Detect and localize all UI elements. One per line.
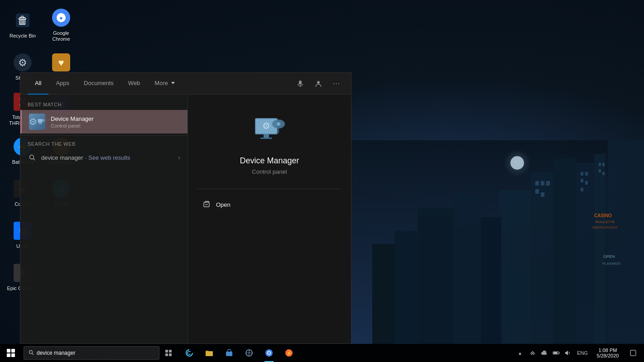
svg-rect-4 (594, 154, 606, 344)
svg-rect-16 (585, 172, 588, 176)
results-list: Best match (20, 95, 188, 343)
web-search-query: device manager - See web results (41, 154, 173, 161)
svg-rect-95 (559, 352, 560, 354)
device-manager-result-text: Device Manager Control panel (51, 115, 94, 129)
chrome-label: Google Chrome (45, 30, 77, 42)
tab-documents[interactable]: Documents (77, 73, 121, 95)
svg-rect-97 (630, 350, 636, 356)
svg-rect-11 (481, 217, 501, 344)
microphone-button[interactable] (293, 76, 308, 91)
user-button[interactable] (311, 76, 326, 91)
start-button[interactable] (0, 344, 22, 362)
battery-tray-icon[interactable] (551, 348, 562, 358)
svg-point-77 (277, 122, 280, 126)
web-search-arrow-icon: › (178, 154, 180, 161)
svg-text:PLASMIDS: PLASMIDS (602, 262, 620, 266)
svg-rect-27 (535, 189, 539, 194)
notification-center-button[interactable] (626, 344, 640, 362)
taskbar-search-box[interactable] (24, 346, 159, 360)
svg-rect-9 (418, 208, 454, 344)
taskbar-chrome[interactable] (259, 344, 279, 362)
svg-rect-59 (299, 81, 302, 85)
svg-rect-12 (395, 231, 420, 344)
svg-point-61 (317, 81, 320, 84)
taskbar-file-explorer[interactable] (199, 344, 219, 362)
svg-text:AMERICAN DICE: AMERICAN DICE (592, 226, 618, 229)
svg-text:●: ● (59, 14, 63, 21)
open-icon (202, 200, 211, 209)
svg-rect-22 (599, 169, 601, 172)
hearthstone-icon: ♥ (50, 52, 72, 73)
svg-rect-23 (602, 172, 605, 175)
detail-actions: Open (197, 196, 342, 213)
system-clock[interactable]: 1:08 PM 5/28/2020 (591, 348, 624, 358)
tab-more[interactable]: More (147, 73, 182, 95)
svg-rect-10 (454, 195, 481, 344)
svg-text:🗑: 🗑 (17, 14, 28, 26)
network-tray-icon[interactable] (527, 348, 538, 358)
svg-text:ROULETTE: ROULETTE (596, 220, 615, 224)
svg-rect-15 (581, 172, 583, 176)
svg-text:♥: ♥ (58, 57, 64, 68)
svg-rect-26 (546, 181, 550, 186)
steam-icon: ⚙ (12, 52, 34, 73)
desktop-icon-chrome[interactable]: ● Google Chrome (43, 5, 79, 44)
svg-rect-62 (38, 119, 43, 123)
volume-tray-icon[interactable] (562, 348, 573, 358)
svg-text:OPEN: OPEN (603, 254, 615, 259)
search-panel: All Apps Documents Web More (20, 72, 351, 344)
tab-web[interactable]: Web (121, 73, 148, 95)
svg-text:⚙: ⚙ (18, 57, 27, 68)
result-detail-panel: ⚙ Device Manager Control panel (188, 95, 351, 343)
svg-point-91 (268, 352, 270, 354)
system-tray: ▲ (511, 344, 644, 362)
desktop-icon-recycle-bin[interactable]: 🗑 Recycle Bin (5, 5, 41, 44)
svg-text:⚡: ⚡ (286, 350, 292, 356)
svg-rect-73 (264, 134, 269, 138)
cloud-tray-icon[interactable] (539, 348, 550, 358)
web-search-section: Search the web device manager - See web … (20, 135, 187, 169)
svg-rect-19 (581, 188, 583, 191)
svg-rect-79 (205, 204, 208, 205)
svg-rect-28 (541, 192, 544, 197)
taskbar-store[interactable] (219, 344, 239, 362)
svg-rect-86 (206, 351, 213, 356)
svg-rect-21 (602, 163, 605, 166)
svg-rect-7 (553, 158, 576, 344)
recycle-bin-label: Recycle Bin (10, 33, 36, 39)
clock-time: 1:08 PM (599, 348, 617, 353)
result-item-device-manager[interactable]: Device Manager Control panel (20, 110, 187, 133)
taskbar-network-app[interactable] (239, 344, 259, 362)
svg-rect-85 (169, 353, 172, 356)
svg-rect-74 (260, 138, 272, 139)
search-icon (28, 153, 37, 162)
taskbar-search-input[interactable] (37, 350, 136, 356)
detail-title: Device Manager (240, 156, 299, 166)
svg-rect-24 (535, 181, 539, 186)
taskbar-edge[interactable] (179, 344, 199, 362)
svg-rect-96 (553, 352, 557, 354)
web-search-item[interactable]: device manager - See web results › (20, 149, 187, 166)
taskbar-search-icon (29, 350, 34, 357)
open-action[interactable]: Open (197, 196, 342, 213)
svg-line-81 (32, 353, 34, 355)
taskbar-app-other[interactable]: ⚡ (279, 344, 299, 362)
svg-rect-63 (38, 123, 42, 124)
show-hidden-icons-button[interactable]: ▲ (514, 348, 525, 358)
detail-subtitle: Control panel (252, 168, 287, 175)
tab-apps[interactable]: Apps (48, 73, 77, 95)
language-indicator[interactable]: ENG (575, 349, 590, 357)
task-view-button[interactable] (159, 344, 178, 362)
more-options-button[interactable]: ··· (329, 76, 344, 91)
best-match-label: Best match (20, 100, 187, 110)
svg-rect-17 (581, 179, 583, 182)
svg-point-2 (504, 149, 531, 176)
svg-rect-20 (599, 163, 601, 166)
tray-icons-row (527, 348, 573, 358)
svg-rect-87 (226, 352, 232, 356)
windows-logo-icon (7, 349, 15, 357)
tab-all[interactable]: All (28, 73, 48, 95)
detail-device-manager-icon: ⚙ (251, 113, 288, 149)
svg-rect-83 (169, 350, 172, 352)
svg-text:CASINO: CASINO (594, 213, 612, 218)
